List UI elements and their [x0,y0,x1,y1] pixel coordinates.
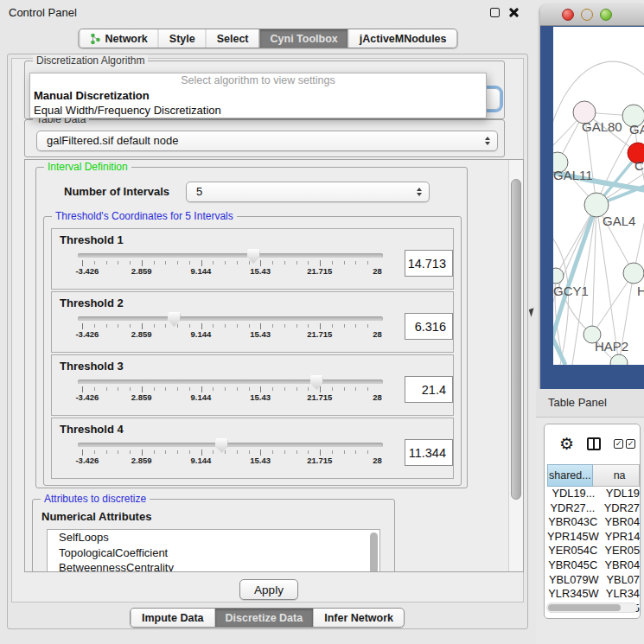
scrollbar-thumb[interactable] [511,179,521,500]
tab-label: Style [169,33,195,45]
table-row[interactable]: YDL19... YDL19 [547,487,640,501]
split-table-icon[interactable] [587,437,601,450]
tab-label: Network [105,33,147,45]
tab[interactable]: Cyni Toolbox [259,29,348,48]
float-icon[interactable] [490,8,500,17]
tick-label: 21.715 [307,329,332,339]
control-panel-tabs: Network Style [78,29,457,48]
tick-label: 21.715 [307,392,332,402]
tab-label: jActiveMNodules [360,33,447,45]
algorithm-option[interactable]: Equal Width/Frequency Discretization [30,103,486,118]
threshold-label: Threshold 3 [60,360,453,373]
settings-scroll-pane: Interval Definition Number of Intervals … [24,159,524,572]
network-window-titlebar [540,4,644,26]
tab[interactable]: Impute Data [131,609,214,627]
threshold-value-field[interactable]: 21.4 [405,376,453,403]
vertical-scrollbar[interactable] [508,160,523,571]
threshold-label: Threshold 2 [60,296,453,309]
table-row[interactable]: YBL079W YBL07 [547,573,640,588]
threshold-slider[interactable]: -3.4262.8599.14415.4321.71528 [78,249,383,280]
tick-label: 9.144 [190,266,211,276]
horizontal-scrollbar[interactable] [546,603,638,613]
table-row[interactable]: YDR27... YDR27 [547,501,640,516]
network-edge[interactable] [592,205,596,335]
num-intervals-value: 5 [196,185,202,198]
network-node[interactable] [610,354,628,365]
tick-label: 9.144 [190,456,211,465]
scrollbar-thumb[interactable] [548,604,621,611]
apply-button[interactable]: Apply [239,579,298,600]
tab[interactable]: Style [158,29,206,48]
checkbox-icons [614,439,635,449]
table-row[interactable]: YPR145W YPR14 [547,530,640,545]
close-icon[interactable] [508,7,520,18]
tab[interactable]: Discretize Data [214,609,314,627]
table-row[interactable]: YER054C YER05 [547,544,640,558]
network-view-window: GAL80GACGAL11GAL4GCY1HHAP2 [540,4,644,389]
tab[interactable]: Select [206,29,259,48]
table-row[interactable]: YLR345W YLR34 [547,587,640,602]
network-canvas[interactable]: GAL80GACGAL11GAL4GCY1HHAP2 [553,27,644,365]
table-row[interactable]: YBR045C YBR04 [547,558,640,573]
algorithm-dropdown-popup: Select algorithm to view settings Manual… [29,73,487,118]
tab[interactable]: Network [79,29,157,48]
threshold-panel: Threshold 1 [51,228,454,290]
cell-name: YPR14 [599,530,641,545]
tab[interactable]: jActiveMNodules [348,29,457,48]
attributes-group: Attributes to discretize Numerical Attri… [32,499,395,572]
num-intervals-combobox[interactable]: 5 [186,182,430,202]
table-row[interactable]: YBR043C YBR04 [547,515,640,530]
dropdown-prompt: Select algorithm to view settings [30,73,486,88]
threshold-slider[interactable]: -3.4262.8599.14415.4321.71528 [78,438,383,469]
node-label: GCY1 [553,284,589,298]
threshold-panel: Threshold 4 [51,418,454,479]
tab-label: Impute Data [142,612,204,624]
algorithm-option[interactable]: Manual Discretization [30,88,486,103]
threshold-label: Threshold 4 [60,423,453,436]
attribute-item[interactable]: TopologicalCoefficient [48,545,379,561]
threshold-value-field[interactable]: 14.713 [405,250,453,277]
cell-shared-name: YBL079W [547,573,601,588]
tick-label: 2.859 [131,329,152,339]
cell-shared-name: YDR27... [547,501,598,516]
tick-label: 21.715 [307,456,332,465]
tick-label: 15.43 [250,266,271,276]
cell-name: YLR34 [600,587,640,602]
network-node[interactable] [553,268,564,284]
close-traffic-light-icon[interactable] [562,9,574,21]
checkbox-icon[interactable] [614,439,623,449]
group-title: Interval Definition [44,161,131,173]
slider-major-ticks [82,386,379,392]
group-title: Threshold's Coordinates for 5 Intervals [52,210,237,222]
attribute-item[interactable]: SelfLoops [48,530,379,545]
cell-shared-name: YLR345W [547,587,600,602]
tick-label: 21.715 [307,266,332,276]
threshold-slider[interactable]: -3.4262.8599.14415.4321.71528 [78,375,383,406]
checkbox-icon[interactable] [626,439,635,449]
table-panel: ⚙ shared... na YDL19... YDL19 [536,418,644,644]
cell-shared-name: YPR145W [547,530,599,545]
threshold-slider[interactable]: -3.4262.8599.14415.4321.71528 [78,312,383,343]
zoom-traffic-light-icon[interactable] [600,9,612,21]
network-node[interactable] [623,263,644,284]
table-data-group: Table Data [24,119,505,157]
list-scrollbar[interactable] [370,532,378,572]
threshold-value-field[interactable]: 6.316 [405,313,453,340]
threshold-value-field[interactable]: 11.344 [405,439,453,466]
tab-label: Select [217,33,249,45]
tab-label: Infer Network [324,612,393,624]
table-header-row: shared... na [547,464,640,487]
attribute-item[interactable]: BetweennessCentrality [48,560,379,572]
network-edge[interactable] [592,273,634,335]
column-header-name[interactable]: na [593,464,640,487]
threshold-panel: Threshold 2 [51,291,454,353]
threshold-panel: Threshold 3 [51,354,454,416]
minimize-traffic-light-icon[interactable] [581,9,593,21]
tick-label: 28 [373,392,382,402]
cell-shared-name: YBR045C [547,558,598,573]
threshold-label: Threshold 1 [60,233,453,246]
column-header-shared-name[interactable]: shared... [547,464,593,487]
tab[interactable]: Infer Network [313,609,404,627]
gear-icon[interactable]: ⚙ [559,436,574,452]
numerical-attributes-label: Numerical Attributes [41,510,151,523]
